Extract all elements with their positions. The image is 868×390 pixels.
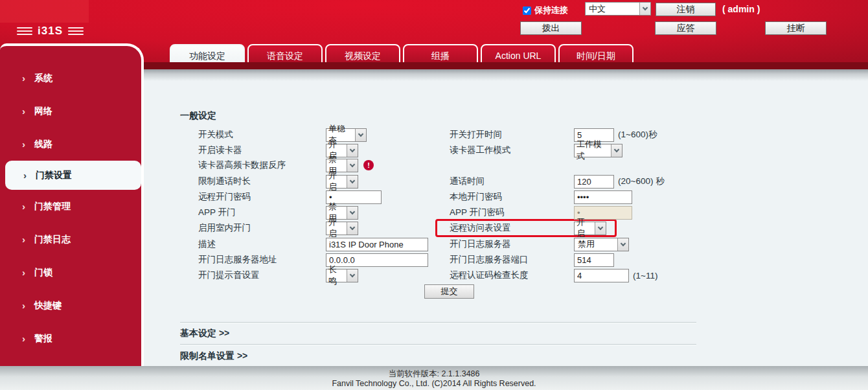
field-label: 描述 bbox=[198, 238, 326, 250]
field-label: APP 开门 bbox=[198, 207, 326, 218]
chevron-down-icon bbox=[595, 222, 606, 235]
software-version-text: 当前软件版本: 2.1.1.3486 bbox=[0, 369, 868, 379]
general-settings-form: 一般设定 开关模式 单稳态 开启读卡器 开启 读卡器高频卡数据反序 禁用 ! bbox=[144, 81, 868, 366]
form-row-call-time-limit: 限制通话时长 开启 bbox=[198, 174, 358, 189]
chevron-right-icon: › bbox=[22, 201, 25, 212]
chevron-down-icon bbox=[347, 222, 358, 235]
form-row-door-log-server-port: 开门日志服务器端口 bbox=[450, 253, 614, 267]
sidebar-item-label: 门锁 bbox=[34, 267, 52, 279]
sidebar-item-egs-management[interactable]: › 门禁管理 bbox=[0, 190, 141, 223]
basic-settings-link[interactable]: 基本设定 >> bbox=[180, 328, 229, 339]
field-label: 开关模式 bbox=[198, 129, 326, 141]
logo-text: i31S bbox=[38, 25, 63, 38]
field-label: 开门日志服务器端口 bbox=[450, 254, 574, 266]
logo-lines-icon bbox=[17, 27, 32, 35]
chevron-down-icon bbox=[355, 129, 366, 141]
door-log-server-select[interactable]: 禁用 bbox=[574, 238, 629, 251]
indoor-open-enable-select[interactable]: 开启 bbox=[326, 222, 358, 235]
chevron-right-icon: › bbox=[22, 139, 25, 150]
chevron-down-icon bbox=[347, 159, 358, 172]
card-reader-work-mode-select[interactable]: 工作模式 bbox=[574, 144, 622, 157]
sidebar-item-label: 网络 bbox=[34, 106, 52, 117]
open-door-tone-select[interactable]: 长鸣 bbox=[326, 269, 358, 282]
door-log-server-port-input[interactable] bbox=[574, 253, 614, 267]
chevron-right-icon: › bbox=[22, 333, 25, 344]
logout-button[interactable]: 注销 bbox=[656, 3, 716, 16]
remote-access-table-select[interactable]: 开启 bbox=[574, 222, 606, 235]
submit-button[interactable]: 提交 bbox=[424, 284, 474, 299]
sidebar-item-label: 门禁设置 bbox=[36, 170, 72, 181]
sidebar-item-function-key[interactable]: › 快捷键 bbox=[0, 289, 141, 322]
field-label: 开关打开时间 bbox=[450, 129, 574, 141]
chevron-down-icon bbox=[617, 238, 628, 251]
chevron-right-icon: › bbox=[22, 267, 25, 278]
chevron-right-icon: › bbox=[22, 300, 25, 311]
sidebar-item-label: 快捷键 bbox=[34, 300, 62, 312]
field-label: 读卡器工作模式 bbox=[450, 144, 574, 156]
field-label: 远程认证码检查长度 bbox=[450, 270, 574, 281]
brand-logo: i31S bbox=[17, 25, 84, 38]
sidebar-item-alert[interactable]: › 警报 bbox=[0, 322, 141, 355]
select-value: 开启 bbox=[326, 176, 347, 188]
select-value: 开启 bbox=[575, 222, 595, 235]
description-input[interactable] bbox=[326, 238, 428, 251]
select-value: 开启 bbox=[326, 222, 347, 235]
chevron-down-icon bbox=[347, 144, 358, 157]
hangup-button[interactable]: 挂断 bbox=[765, 21, 827, 35]
form-row-remote-open-password: 远程开门密码 bbox=[198, 190, 382, 204]
field-label: 远程开门密码 bbox=[198, 191, 326, 203]
form-row-open-door-tone: 开门提示音设置 长鸣 bbox=[198, 268, 358, 282]
sidebar-item-egs-settings[interactable]: › 门禁设置 bbox=[5, 161, 141, 190]
section-divider bbox=[180, 322, 696, 323]
tab-underline-bar bbox=[144, 62, 868, 69]
sidebar-item-line[interactable]: › 线路 bbox=[0, 128, 141, 161]
copyright-text: Fanvil Technology Co., Ltd. (C)2014 All … bbox=[0, 379, 868, 389]
call-time-limit-select[interactable]: 开启 bbox=[326, 175, 358, 189]
sidebar-item-egs-logs[interactable]: › 门禁日志 bbox=[0, 223, 141, 256]
form-row-indoor-open-enable: 启用室内开门 开启 bbox=[198, 221, 358, 235]
form-row-local-open-password: 本地开门密码 bbox=[450, 190, 632, 204]
logo-lines-icon bbox=[68, 27, 84, 35]
sidebar-item-label: 警报 bbox=[34, 333, 52, 345]
sidebar-item-door-lock[interactable]: › 门锁 bbox=[0, 256, 141, 289]
sidebar-item-network[interactable]: › 网络 bbox=[0, 95, 141, 128]
section-divider bbox=[180, 344, 696, 345]
keep-alive-checkbox[interactable] bbox=[523, 6, 531, 15]
chevron-right-icon: › bbox=[22, 106, 25, 117]
field-label: 开启读卡器 bbox=[198, 144, 326, 156]
sidebar-item-label: 系统 bbox=[34, 73, 52, 84]
sidebar-item-system[interactable]: › 系统 bbox=[0, 62, 141, 95]
content-top-fade bbox=[144, 69, 868, 81]
chevron-down-icon bbox=[347, 176, 358, 188]
field-label: 限制通话时长 bbox=[198, 176, 326, 187]
field-label: 远程访问表设置 bbox=[450, 222, 574, 234]
field-label: APP 开门密码 bbox=[450, 207, 574, 218]
section-title: 一般设定 bbox=[180, 110, 216, 122]
talk-time-input[interactable] bbox=[574, 175, 614, 189]
main-content: 一般设定 开关模式 单稳态 开启读卡器 开启 读卡器高频卡数据反序 禁用 ! bbox=[144, 81, 868, 366]
field-label: 启用室内开门 bbox=[198, 222, 326, 234]
chevron-right-icon: › bbox=[22, 234, 25, 245]
field-label: 本地开门密码 bbox=[450, 191, 574, 203]
form-row-switch-open-time: 开关打开时间 (1~600)秒 bbox=[450, 128, 657, 142]
page-footer: 当前软件版本: 2.1.1.3486 Fanvil Technology Co.… bbox=[0, 366, 868, 390]
dial-out-button[interactable]: 拨出 bbox=[520, 21, 582, 35]
admin-user-label: ( admin ) bbox=[722, 4, 760, 14]
answer-button[interactable]: 应答 bbox=[655, 21, 716, 35]
banner-watermark bbox=[0, 0, 89, 23]
chevron-down-icon bbox=[347, 207, 358, 219]
select-value: 长鸣 bbox=[326, 270, 347, 282]
field-label: 通话时间 bbox=[450, 176, 574, 187]
restrict-list-settings-link[interactable]: 限制名单设置 >> bbox=[180, 350, 247, 362]
chevron-down-icon bbox=[639, 3, 650, 15]
field-label: 开门提示音设置 bbox=[198, 270, 326, 281]
sidebar-nav: › 系统 › 网络 › 线路 › 门禁设置 › 门禁管理 › 门禁日志 › 门锁… bbox=[0, 43, 144, 366]
language-select[interactable]: 中文 bbox=[585, 2, 651, 16]
form-row-card-reader-reverse: 读卡器高频卡数据反序 禁用 ! bbox=[198, 158, 374, 172]
keep-alive-control[interactable]: 保持连接 bbox=[523, 5, 568, 16]
local-open-password-input[interactable] bbox=[574, 190, 632, 204]
select-value: 禁用 bbox=[575, 238, 617, 251]
language-select-value: 中文 bbox=[586, 3, 639, 15]
remote-auth-code-length-input[interactable] bbox=[574, 269, 629, 282]
chevron-down-icon bbox=[347, 270, 358, 282]
